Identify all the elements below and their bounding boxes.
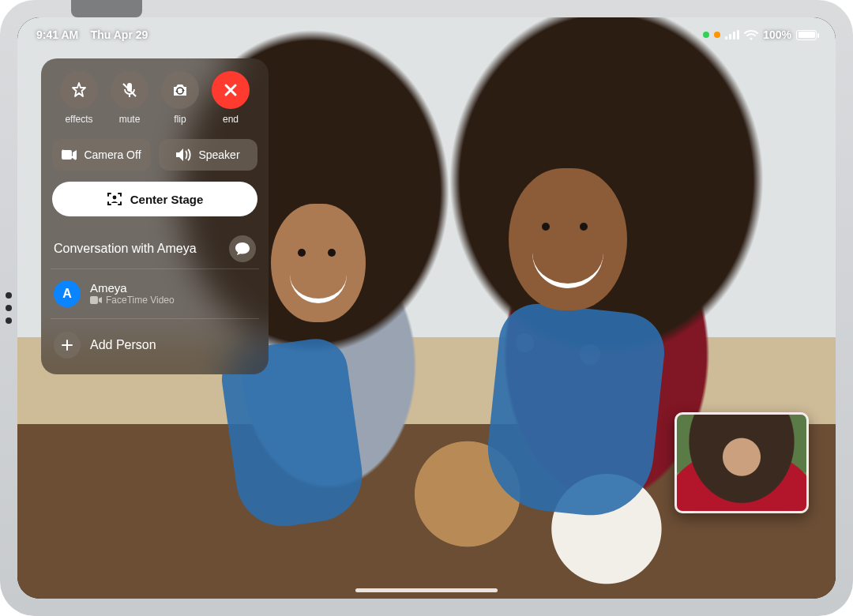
battery-percent: 100% (763, 28, 791, 41)
svg-rect-1 (729, 34, 731, 39)
flip-label: flip (174, 114, 186, 125)
divider (51, 318, 259, 319)
status-right: 100% (703, 28, 817, 41)
avatar: A (54, 280, 81, 307)
effects-button[interactable]: effects (55, 71, 103, 125)
svg-rect-0 (725, 36, 727, 39)
camera-off-icon (62, 149, 77, 160)
screen: 9:41 AM Thu Apr 29 100% (17, 17, 836, 599)
mic-active-indicator-icon (714, 32, 720, 38)
center-stage-button[interactable]: Center Stage (52, 182, 257, 216)
ipad-camera-dots (6, 305, 12, 311)
secondary-controls-row: Camera Off Speaker (52, 139, 257, 171)
cellular-bars-icon (725, 30, 739, 39)
flip-camera-icon (171, 81, 190, 100)
camera-off-label: Camera Off (84, 148, 141, 161)
svg-point-14 (112, 196, 116, 200)
participant-row[interactable]: A Ameya FaceTime Video (52, 274, 257, 314)
effects-label: effects (65, 114, 92, 125)
camera-off-button[interactable]: Camera Off (52, 139, 151, 171)
end-call-button[interactable]: end (207, 71, 254, 125)
status-date: Thu Apr 29 (91, 28, 148, 41)
center-stage-label: Center Stage (130, 193, 204, 206)
wifi-icon (744, 30, 758, 40)
mute-button[interactable]: mute (106, 71, 153, 125)
flip-button[interactable]: flip (156, 71, 204, 125)
svg-rect-3 (737, 30, 739, 39)
effects-star-icon (70, 81, 88, 100)
svg-rect-15 (90, 296, 98, 304)
open-messages-button[interactable] (229, 235, 256, 262)
speaker-button[interactable]: Speaker (159, 139, 257, 171)
facetime-video-icon (90, 296, 102, 304)
top-controls-row: effects mute flip (52, 71, 257, 130)
participant-subtitle: FaceTime Video (106, 295, 175, 306)
status-time: 9:41 AM (36, 28, 78, 41)
ipad-device-frame: 9:41 AM Thu Apr 29 100% (0, 0, 853, 616)
facetime-controls-panel: effects mute flip (41, 58, 269, 374)
home-indicator[interactable] (355, 588, 498, 592)
divider (51, 269, 259, 269)
svg-rect-2 (733, 32, 735, 39)
add-person-button[interactable]: Add Person (52, 324, 257, 360)
status-left: 9:41 AM Thu Apr 29 (36, 28, 148, 41)
end-label: end (223, 114, 239, 125)
self-view-pip[interactable] (675, 412, 809, 513)
svg-point-4 (750, 37, 753, 39)
svg-rect-6 (129, 94, 130, 97)
center-stage-icon (107, 191, 122, 207)
ipad-top-stub (71, 0, 142, 17)
conversation-title: Conversation with Ameya (54, 242, 197, 256)
status-bar: 9:41 AM Thu Apr 29 100% (17, 24, 836, 46)
messages-bubble-icon (235, 242, 250, 256)
end-x-icon (222, 81, 239, 99)
speaker-label: Speaker (198, 148, 239, 161)
speaker-icon (176, 148, 192, 161)
mute-mic-slash-icon (120, 81, 139, 100)
mute-label: mute (119, 114, 141, 125)
camera-active-indicator-icon (703, 32, 709, 38)
battery-icon (796, 30, 817, 40)
participant-name: Ameya (90, 282, 175, 295)
plus-icon (61, 339, 73, 351)
add-person-label: Add Person (90, 338, 156, 352)
